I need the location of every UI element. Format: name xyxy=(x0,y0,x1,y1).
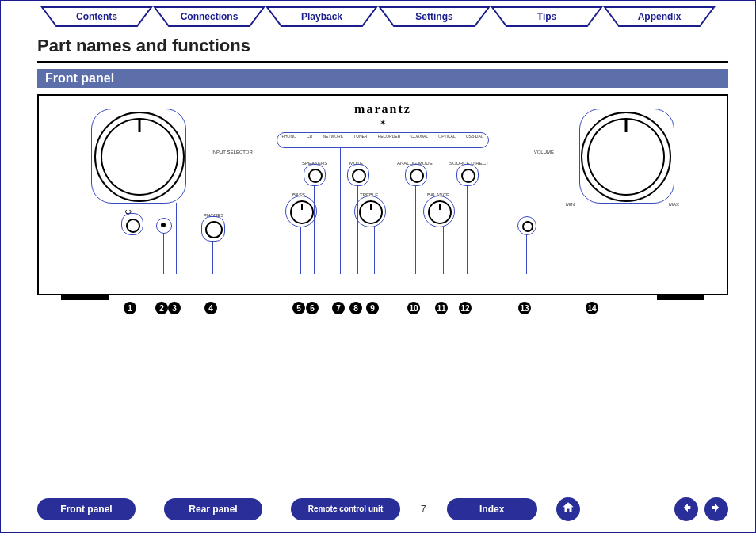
label-input-selector: INPUT SELECTOR xyxy=(212,150,253,154)
next-page-button[interactable] xyxy=(704,497,728,521)
callout-box-power xyxy=(121,213,143,235)
strip-coaxial: COAXIAL xyxy=(410,134,428,139)
nav-index[interactable]: Index xyxy=(447,498,537,520)
tab-appendix[interactable]: Appendix xyxy=(603,6,716,28)
line-14 xyxy=(594,203,594,274)
callout-box-standby xyxy=(156,218,172,234)
callout-box-bass xyxy=(285,196,317,227)
tab-playback[interactable]: Playback xyxy=(265,6,378,28)
strip-phono: PHONO xyxy=(282,134,296,139)
callout-4: 4 xyxy=(204,302,217,314)
callout-ring-volume xyxy=(579,109,674,204)
tab-appendix-label: Appendix xyxy=(638,11,682,22)
nav-remote-control[interactable]: Remote control unit xyxy=(291,498,400,520)
line-3 xyxy=(176,203,177,274)
tab-connections-label: Connections xyxy=(181,11,239,22)
callout-8: 8 xyxy=(349,302,362,314)
tab-settings-label: Settings xyxy=(415,11,452,22)
line-11 xyxy=(443,227,444,274)
callout-11: 11 xyxy=(435,302,448,314)
front-panel-diagram: marantz ✶ INPUT SELECTOR VOLUME MIN MAX … xyxy=(37,94,728,295)
strip-usbdac: USB-DAC xyxy=(466,134,484,139)
nav-front-panel[interactable]: Front panel xyxy=(37,498,136,520)
callout-1: 1 xyxy=(124,302,136,314)
callout-2: 2 xyxy=(155,302,168,314)
callout-14: 14 xyxy=(586,302,598,314)
title-rule xyxy=(37,61,728,63)
callout-box-source xyxy=(456,164,479,186)
line-8 xyxy=(357,185,358,274)
nav-rear-panel[interactable]: Rear panel xyxy=(164,498,262,520)
line-6 xyxy=(314,185,315,274)
arrow-left-icon xyxy=(680,501,693,517)
tab-contents[interactable]: Contents xyxy=(40,6,153,28)
line-13 xyxy=(526,234,527,274)
page-title: Part names and functions xyxy=(37,36,755,56)
strip-cd: CD xyxy=(307,134,312,139)
callout-5: 5 xyxy=(292,302,305,314)
callout-box-speakers xyxy=(304,164,326,186)
callout-box-phones xyxy=(201,216,225,242)
line-1 xyxy=(132,234,132,274)
line-5 xyxy=(300,227,301,274)
line-2 xyxy=(163,233,164,274)
callout-ring-input xyxy=(91,109,186,204)
callout-box-mute xyxy=(347,164,369,186)
strip-recorder: RECORDER xyxy=(378,134,401,139)
arrow-right-icon xyxy=(710,501,723,517)
line-7 xyxy=(340,147,341,274)
tab-tips[interactable]: Tips xyxy=(491,6,603,28)
page-number: 7 xyxy=(421,504,426,515)
callout-box-treble xyxy=(354,196,386,227)
callout-6: 6 xyxy=(306,302,319,314)
bottom-nav: Front panel Rear panel Remote control un… xyxy=(1,497,755,521)
callout-12: 12 xyxy=(459,302,472,314)
manual-page: Contents Connections Playback Settings T… xyxy=(0,0,756,533)
brand-logo: marantz xyxy=(354,102,411,116)
strip-tuner: TUNER xyxy=(353,134,367,139)
home-button[interactable] xyxy=(556,497,580,521)
callout-13: 13 xyxy=(518,302,531,314)
callout-box-balance xyxy=(423,196,455,227)
callout-3: 3 xyxy=(168,302,181,314)
callout-box-analog xyxy=(405,164,427,186)
tab-tips-label: Tips xyxy=(537,11,556,22)
callout-9: 9 xyxy=(366,302,379,314)
tab-connections[interactable]: Connections xyxy=(153,6,265,28)
input-strip-labels: PHONO CD NETWORK TUNER RECORDER COAXIAL … xyxy=(277,134,489,139)
tab-contents-label: Contents xyxy=(76,11,117,22)
section-bar: Front panel xyxy=(37,69,728,88)
brand-star-icon: ✶ xyxy=(380,118,386,127)
callout-box-display xyxy=(517,216,536,235)
label-min: MIN xyxy=(566,202,575,207)
line-9 xyxy=(374,227,375,274)
prev-page-button[interactable] xyxy=(674,497,698,521)
strip-network: NETWORK xyxy=(323,134,344,139)
label-max: MAX xyxy=(669,202,679,207)
line-4 xyxy=(212,241,213,274)
line-12 xyxy=(467,185,468,274)
callout-7: 7 xyxy=(332,302,345,314)
strip-optical: OPTICAL xyxy=(438,134,455,139)
line-10 xyxy=(415,185,416,274)
tab-settings[interactable]: Settings xyxy=(378,6,491,28)
top-tab-row: Contents Connections Playback Settings T… xyxy=(1,6,755,28)
label-volume: VOLUME xyxy=(534,150,554,154)
home-icon xyxy=(561,501,575,518)
callout-10: 10 xyxy=(407,302,420,314)
tab-playback-label: Playback xyxy=(301,11,342,22)
